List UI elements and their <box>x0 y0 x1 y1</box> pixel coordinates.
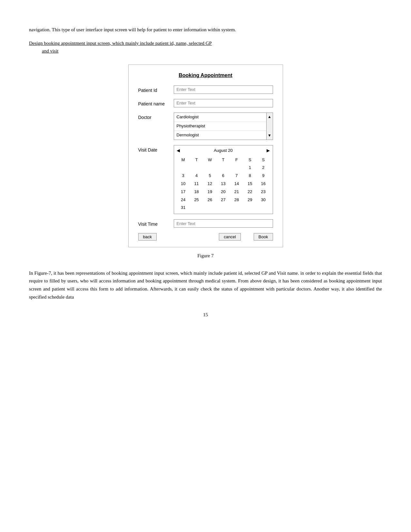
calendar-day-cell[interactable]: 10 <box>177 180 190 188</box>
booking-title: Booking Appointment <box>138 71 273 80</box>
form-buttons: back cancel Book <box>138 233 273 241</box>
calendar-day-cell[interactable]: 31 <box>177 204 190 212</box>
calendar-day-cell[interactable]: 15 <box>243 180 257 188</box>
calendar-day-cell[interactable]: 16 <box>257 180 270 188</box>
calendar-day-cell <box>257 204 270 212</box>
heading-indent: and visit <box>42 47 382 55</box>
calendar-day-cell[interactable]: 22 <box>243 188 257 196</box>
cancel-button[interactable]: cancel <box>219 233 241 241</box>
calendar-day-cell[interactable]: 7 <box>230 172 243 180</box>
calendar-day-cell <box>177 164 190 172</box>
patient-id-label: Patient Id <box>138 85 174 94</box>
patient-name-input[interactable] <box>174 99 273 107</box>
book-button[interactable]: Book <box>254 233 273 241</box>
calendar-day-cell[interactable]: 29 <box>243 196 257 204</box>
calendar-week-row: 17181920212223 <box>177 188 270 196</box>
calendar-day-cell[interactable]: 1 <box>243 164 257 172</box>
calendar-day-cell[interactable]: 18 <box>190 188 203 196</box>
calendar-day-cell[interactable]: 5 <box>203 172 216 180</box>
doctor-control: Cardiologist Physiotherapist Dermologist… <box>174 113 273 140</box>
calendar-day-cell[interactable]: 27 <box>217 196 230 204</box>
calendar-day-cell[interactable]: 2 <box>257 164 270 172</box>
visit-time-label: Visit Time <box>138 219 174 228</box>
scroll-up-arrow[interactable]: ▲ <box>268 114 271 120</box>
calendar-header: ◀ August 20 ▶ <box>177 147 270 154</box>
calendar-day-cell <box>243 204 257 212</box>
calendar-prev-button[interactable]: ◀ <box>177 147 180 154</box>
calendar-body: 1234567891011121314151617181920212223242… <box>177 164 270 212</box>
visit-date-row: Visit Date ◀ August 20 ▶ M T W <box>138 145 273 214</box>
calendar-day-cell <box>190 204 203 212</box>
calendar-week-row: 31 <box>177 204 270 212</box>
calendar-week-row: 10111213141516 <box>177 180 270 188</box>
list-item[interactable]: Dermologist <box>174 131 266 140</box>
intro-paragraph1: navigation. This type of user interface … <box>29 26 382 34</box>
day-header-sat: S <box>243 156 257 164</box>
day-header-thu: T <box>217 156 230 164</box>
visit-time-control <box>174 219 273 228</box>
calendar-day-headers: M T W T F S S <box>177 156 270 164</box>
calendar-day-cell[interactable]: 23 <box>257 188 270 196</box>
calendar-grid: M T W T F S S 12345678910111213141516171… <box>177 156 270 212</box>
day-header-fri: F <box>230 156 243 164</box>
calendar-day-cell[interactable]: 9 <box>257 172 270 180</box>
list-item[interactable]: Cardiologist <box>174 113 266 122</box>
booking-form: Booking Appointment Patient Id Patient n… <box>128 64 283 247</box>
calendar-day-cell[interactable]: 12 <box>203 180 216 188</box>
calendar-day-cell[interactable]: 4 <box>190 172 203 180</box>
day-header-tue: T <box>190 156 203 164</box>
calendar-day-cell <box>217 204 230 212</box>
figure-container: Booking Appointment Patient Id Patient n… <box>128 64 283 260</box>
calendar-day-cell <box>203 204 216 212</box>
visit-date-control: ◀ August 20 ▶ M T W T F S <box>174 145 273 214</box>
calendar-day-cell <box>230 204 243 212</box>
calendar-day-cell[interactable]: 17 <box>177 188 190 196</box>
doctor-listbox[interactable]: Cardiologist Physiotherapist Dermologist… <box>174 113 273 140</box>
section-heading: Design booking appointment input screen,… <box>29 39 382 55</box>
doctor-row: Doctor Cardiologist Physiotherapist Derm… <box>138 113 273 140</box>
patient-name-label: Patient name <box>138 99 174 107</box>
calendar-next-button[interactable]: ▶ <box>267 147 270 154</box>
calendar-day-cell[interactable]: 21 <box>230 188 243 196</box>
calendar-day-cell[interactable]: 30 <box>257 196 270 204</box>
calendar-week-row: 12 <box>177 164 270 172</box>
calendar-day-cell <box>203 164 216 172</box>
calendar: ◀ August 20 ▶ M T W T F S <box>174 145 273 214</box>
calendar-day-cell[interactable]: 6 <box>217 172 230 180</box>
calendar-day-cell[interactable]: 14 <box>230 180 243 188</box>
calendar-day-cell[interactable]: 25 <box>190 196 203 204</box>
calendar-day-cell[interactable]: 11 <box>190 180 203 188</box>
heading-main: Design booking appointment input screen,… <box>29 41 212 46</box>
back-button[interactable]: back <box>138 233 157 241</box>
patient-id-input[interactable] <box>174 85 273 94</box>
calendar-day-cell[interactable]: 3 <box>177 172 190 180</box>
calendar-day-cell[interactable]: 28 <box>230 196 243 204</box>
calendar-day-cell[interactable]: 13 <box>217 180 230 188</box>
calendar-day-cell[interactable]: 24 <box>177 196 190 204</box>
calendar-day-cell[interactable]: 8 <box>243 172 257 180</box>
patient-id-row: Patient Id <box>138 85 273 94</box>
visit-time-input[interactable] <box>174 219 273 228</box>
day-header-wed: W <box>203 156 216 164</box>
scroll-down-arrow[interactable]: ▼ <box>268 133 271 139</box>
figure-caption: Figure 7 <box>197 252 213 260</box>
calendar-month-label: August 20 <box>214 147 233 154</box>
page-number: 15 <box>29 311 382 319</box>
calendar-week-row: 3456789 <box>177 172 270 180</box>
visit-time-row: Visit Time <box>138 219 273 228</box>
doctor-listbox-items: Cardiologist Physiotherapist Dermologist <box>174 113 266 139</box>
day-header-sun: S <box>257 156 270 164</box>
calendar-day-cell[interactable]: 19 <box>203 188 216 196</box>
list-item[interactable]: Physiotherapist <box>174 122 266 131</box>
patient-name-control <box>174 99 273 107</box>
visit-date-label: Visit Date <box>138 145 174 153</box>
calendar-day-cell[interactable]: 20 <box>217 188 230 196</box>
calendar-week-row: 24252627282930 <box>177 196 270 204</box>
body-paragraph1: In Figure-7, it has been representations… <box>29 269 382 301</box>
calendar-day-cell[interactable]: 26 <box>203 196 216 204</box>
calendar-day-cell <box>230 164 243 172</box>
doctor-label: Doctor <box>138 113 174 121</box>
day-header-mon: M <box>177 156 190 164</box>
patient-id-control <box>174 85 273 94</box>
patient-name-row: Patient name <box>138 99 273 107</box>
